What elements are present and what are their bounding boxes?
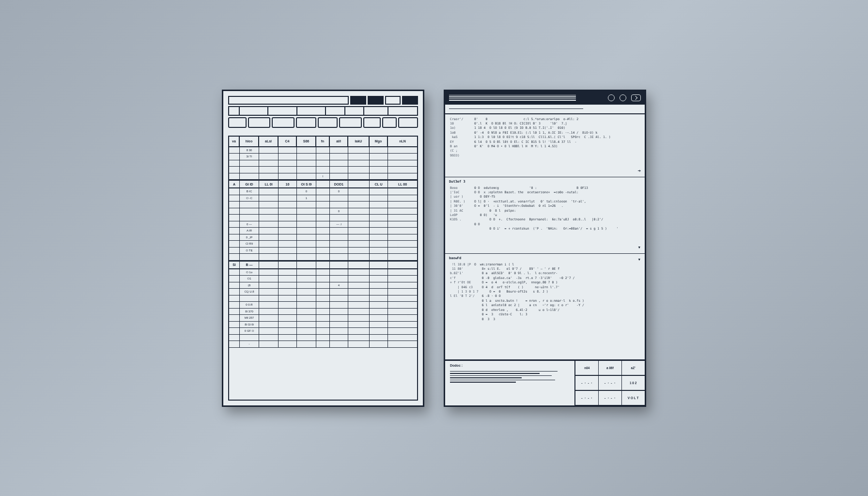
cell[interactable] [370,295,388,302]
cell[interactable] [316,295,330,302]
cell[interactable] [259,215,279,221]
cell[interactable] [297,328,316,334]
cell[interactable] [279,195,297,202]
cell[interactable] [348,221,370,228]
cell[interactable] [297,309,316,315]
cell[interactable] [229,208,240,215]
cell[interactable] [388,309,417,315]
cell[interactable]: A [229,181,240,187]
cell[interactable] [330,241,348,247]
cell[interactable] [240,295,259,302]
cell[interactable] [259,154,279,160]
cell[interactable] [370,315,388,321]
cell[interactable] [259,167,279,173]
cell[interactable] [240,254,259,260]
section-row[interactable]: SlB — [229,261,417,269]
cell[interactable] [370,215,388,221]
cell[interactable] [316,181,330,187]
cell[interactable] [330,276,348,282]
cell[interactable]: CQ U.8 [240,289,259,295]
keypad-button[interactable]: - · - · [598,375,622,390]
cell[interactable] [316,254,330,260]
cell[interactable]: Mll 257 [240,315,259,321]
toolbar-button[interactable] [398,117,418,128]
cell[interactable] [348,295,370,302]
chevron-down-icon[interactable]: ▾ [637,244,641,251]
cell[interactable] [388,202,417,208]
cell[interactable] [279,289,297,295]
cell[interactable] [229,173,240,180]
cell[interactable] [388,315,417,321]
cell[interactable] [279,341,297,347]
cell[interactable]: B — [240,262,259,268]
cell[interactable] [279,282,297,289]
cell[interactable]: 3I TI [240,154,259,160]
table-row[interactable]: 0 _lP [229,234,417,241]
table-row[interactable]: 8 30 [229,147,417,154]
cell[interactable] [297,202,316,208]
cell[interactable] [348,173,370,180]
toolbar-cell[interactable] [364,107,388,115]
toolbar-button[interactable] [272,117,294,128]
cell[interactable] [370,241,388,247]
cell[interactable] [279,315,297,321]
cell[interactable]: 0 0.R [240,302,259,308]
cell[interactable] [370,234,388,241]
toolbar-button[interactable] [339,117,362,128]
chevron-down-icon[interactable]: ▾ [637,256,641,264]
cell[interactable]: (8 [240,282,259,289]
cell[interactable] [229,315,240,321]
cell[interactable] [370,173,388,180]
cell[interactable]: O 1o [240,269,259,276]
cell[interactable] [316,341,330,347]
cell[interactable] [330,248,348,254]
cell[interactable] [388,262,417,268]
cell[interactable] [229,328,240,334]
cell[interactable]: 0 GF O [240,328,259,334]
close-button[interactable] [631,94,641,101]
cell[interactable] [297,289,316,295]
cell[interactable] [297,167,316,173]
keypad-button[interactable]: - · - · [598,390,622,405]
cell[interactable] [297,173,316,180]
cell[interactable]: O -C [240,195,259,202]
cell[interactable] [259,302,279,308]
cell[interactable] [388,282,417,289]
cell[interactable] [229,341,240,347]
cell[interactable] [229,167,240,173]
cell[interactable] [388,154,417,160]
cell[interactable] [348,208,370,215]
toolbar-cell[interactable] [268,107,297,115]
column-header[interactable]: aLsl [259,137,279,146]
cell[interactable] [229,282,240,289]
cell[interactable]: - [240,341,259,347]
cell[interactable] [388,173,417,180]
cell[interactable] [388,322,417,328]
cell[interactable] [229,241,240,247]
cell[interactable] [330,147,348,154]
cell[interactable] [259,234,279,241]
cell[interactable] [297,341,316,347]
cell[interactable] [240,335,259,341]
cell[interactable] [229,228,240,234]
cell[interactable] [370,221,388,228]
cell[interactable] [370,248,388,254]
cell[interactable] [297,295,316,302]
cell[interactable] [370,154,388,160]
cell[interactable] [279,221,297,228]
cell[interactable] [279,335,297,341]
table-row[interactable]: 8l Gl l9 [229,322,417,328]
cell[interactable] [370,262,388,268]
cell[interactable] [279,276,297,282]
table-row[interactable]: Mll 257 [229,315,417,322]
cell[interactable] [388,221,417,228]
cell[interactable] [316,335,330,341]
table-row[interactable]: O1 [229,276,417,282]
cell[interactable] [330,173,348,180]
control-btn-4[interactable] [402,96,418,105]
cell[interactable] [229,254,240,260]
cell[interactable] [316,202,330,208]
table-row[interactable]: l [229,173,417,180]
cell[interactable] [370,276,388,282]
code-pane-3[interactable]: baowFd ▾ !l 18:0 |P 11 80' b.0Z'1' c'f +… [445,254,645,360]
